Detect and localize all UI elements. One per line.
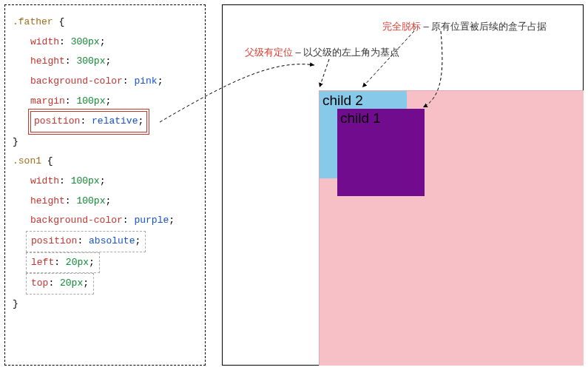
annotation-out-of-flow: 完全脱标 – 原有位置被后续的盒子占据 (382, 20, 547, 33)
code-line: position: absolute; (13, 231, 197, 252)
code-line: background-color: pink; (13, 72, 197, 92)
child2-label: child 2 (322, 92, 363, 108)
selector-son1: .son1 (13, 155, 41, 166)
code-line: width: 300px; (13, 33, 197, 53)
code-line: left: 20px; (13, 252, 197, 274)
annotation-parent-positioned: 父级有定位 – 以父级的左上角为基点 (245, 46, 399, 59)
code-line: margin: 100px; (13, 92, 197, 112)
code-line: height: 100px; (13, 192, 197, 212)
highlight-absolute-group: position: absolute; (26, 231, 146, 252)
code-line: .father { (13, 13, 197, 33)
selector-father: .father (13, 16, 53, 27)
code-line: } (13, 132, 197, 152)
child1-box: child 1 (337, 109, 425, 196)
code-panel: .father { width: 300px; height: 300px; b… (4, 4, 206, 366)
code-line: } (13, 295, 197, 314)
code-line: background-color: purple; (13, 211, 197, 231)
code-line: height: 300px; (13, 52, 197, 72)
code-line: width: 100px; (13, 172, 197, 192)
code-line: top: 20px; (13, 273, 197, 295)
child1-label: child 1 (340, 110, 381, 126)
highlight-position-relative: position: relative; (30, 111, 147, 132)
code-line-highlighted-relative: position: relative; (13, 111, 197, 132)
render-panel: 父级有定位 – 以父级的左上角为基点 完全脱标 – 原有位置被后续的盒子占据 c… (222, 4, 584, 366)
code-line: .son1 { (13, 152, 197, 172)
father-box: child 2 child 1 (319, 90, 584, 366)
